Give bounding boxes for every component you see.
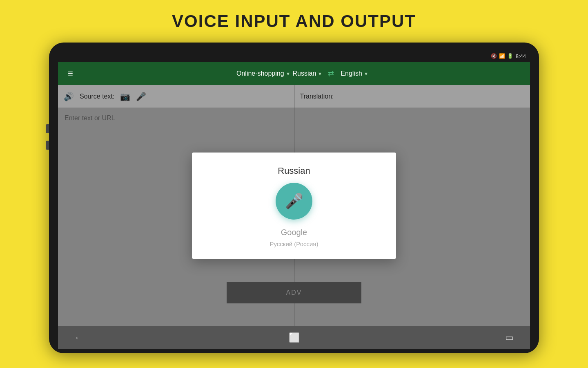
hamburger-icon[interactable]: ≡ xyxy=(65,67,76,81)
app-screen: ≡ Online-shopping ▾ Russian ▾ ⇄ English … xyxy=(58,62,530,349)
dialog-locale-label: Русский (Россия) xyxy=(270,240,318,247)
source-lang-selector[interactable]: Russian ▾ xyxy=(293,70,322,77)
side-buttons xyxy=(46,124,49,150)
category-dropdown-icon: ▾ xyxy=(287,70,290,77)
battery-icon: 🔋 xyxy=(507,53,513,59)
wifi-icon: 📶 xyxy=(499,53,505,59)
dialog-overlay[interactable]: Russian 🎤 Google Русский (Россия) xyxy=(58,85,530,326)
dialog-provider-name: Google xyxy=(281,228,307,237)
category-name: Online-shopping xyxy=(236,70,284,77)
dialog-lang-title: Russian xyxy=(278,166,310,176)
page-title-text: VOICE INPUT AND OUTPUT xyxy=(172,11,416,31)
app-topbar: ≡ Online-shopping ▾ Russian ▾ ⇄ English … xyxy=(58,62,530,85)
status-bar: 🔇 📶 🔋 8:44 xyxy=(58,50,530,62)
target-lang-selector[interactable]: English ▾ xyxy=(341,70,367,77)
swap-languages-icon[interactable]: ⇄ xyxy=(328,69,334,78)
tablet-shell: 🔇 📶 🔋 8:44 ≡ Online-shopping ▾ Russian ▾… xyxy=(49,43,539,353)
mic-circle-button[interactable]: 🎤 xyxy=(276,183,312,220)
source-lang-dropdown-icon: ▾ xyxy=(318,70,321,77)
category-selector[interactable]: Online-shopping ▾ xyxy=(236,70,290,77)
side-btn-2 xyxy=(46,141,49,150)
status-icons: 🔇 📶 🔋 xyxy=(491,53,513,59)
bottom-nav: ← ⬜ ▭ xyxy=(58,326,530,349)
topbar-center: Online-shopping ▾ Russian ▾ ⇄ English ▾ xyxy=(80,69,523,78)
home-button[interactable]: ⬜ xyxy=(289,332,300,343)
mic-circle-icon: 🎤 xyxy=(285,193,303,210)
recent-apps-button[interactable]: ▭ xyxy=(505,332,514,343)
muted-icon: 🔇 xyxy=(491,53,497,59)
side-btn-1 xyxy=(46,124,49,133)
translation-area: 🔊 Source text: 📷 🎤 Enter text or URL Tra… xyxy=(58,85,530,326)
status-time: 8:44 xyxy=(516,53,526,59)
source-lang-name: Russian xyxy=(293,70,316,77)
back-button[interactable]: ← xyxy=(74,332,83,343)
voice-dialog: Russian 🎤 Google Русский (Россия) xyxy=(192,153,396,259)
target-lang-dropdown-icon: ▾ xyxy=(365,70,368,77)
target-lang-name: English xyxy=(341,70,362,77)
